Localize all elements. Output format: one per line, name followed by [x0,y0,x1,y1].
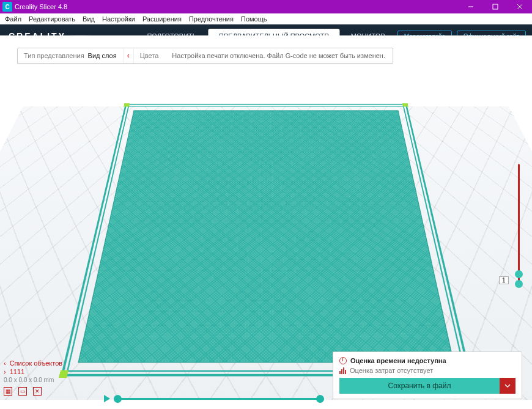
path-slider-handle-start[interactable] [114,395,122,403]
time-estimate-title: Оценка времени недоступна [350,357,446,364]
minimize-button[interactable] [459,0,483,13]
path-slider-track[interactable] [114,398,324,400]
maximize-button[interactable] [483,0,508,13]
view-type-label: Тип представления [24,52,84,59]
view-type-collapse-icon[interactable]: ‹ [123,48,134,63]
object-expand-icon[interactable]: › [4,368,6,375]
menu-preferences[interactable]: Предпочтения [185,15,237,23]
layer-slider-handle-bottom[interactable] [515,280,523,288]
menu-file[interactable]: Файл [1,15,25,23]
view-type-value[interactable]: Вид слоя [88,52,117,59]
layer-slider-handle-top[interactable] [515,270,523,278]
window-titlebar: C Creality Slicer 4.8 [0,0,532,13]
grid-layout-icon[interactable]: ▦ [4,387,12,396]
window-title: Creality Slicer 4.8 [15,3,459,10]
menubar: Файл Редактировать Вид Настройки Расшире… [0,13,532,24]
save-to-file-button[interactable]: Сохранить в файл [339,378,500,394]
print-info-panel: Оценка времени недоступна Оценка затрат … [333,352,522,399]
object-dimensions: 0.0 x 0.0 x 0.0 mm [4,377,62,383]
save-dropdown-button[interactable] [500,378,515,394]
preview-toolbar: Тип представления Вид слоя ‹ Цвета Настр… [17,48,393,64]
menu-view[interactable]: Вид [79,15,98,23]
menu-edit[interactable]: Редактировать [25,15,79,23]
object-list-collapse-icon[interactable]: ‹ [4,359,6,367]
delete-icon[interactable]: ✕ [33,387,42,396]
menu-help[interactable]: Помощь [237,15,271,23]
readonly-gcode-message: Настройка печати отключена. Файл G-code … [164,48,393,63]
object-list: ‹ Список объектов › 1111 0.0 x 0.0 x 0.0… [4,358,62,396]
viewport-3d[interactable]: 1 ‹ Список объектов › 1111 0.0 x 0.0 x 0… [0,35,532,409]
app-icon: C [2,2,12,12]
color-scheme-label[interactable]: Цвета [140,52,159,59]
layer-slider-track[interactable]: 1 [518,164,520,287]
layer-slider[interactable]: 1 [514,164,523,287]
object-name[interactable]: 1111 [10,368,24,375]
cost-estimate-title: Оценка затрат отсутствует [350,367,433,374]
menu-settings[interactable]: Настройки [98,15,139,23]
object-list-header[interactable]: Список объектов [10,359,63,367]
clock-icon [339,357,347,364]
svg-rect-1 [493,4,498,9]
path-slider[interactable] [104,394,324,403]
menu-extensions[interactable]: Расширения [139,15,185,23]
folder-icon[interactable]: ▭ [18,387,27,396]
cost-bars-icon [339,367,346,374]
close-button[interactable] [508,0,532,13]
sliced-model [61,104,471,377]
play-icon[interactable] [104,395,110,402]
path-slider-handle-end[interactable] [316,395,324,403]
layer-slider-value: 1 [499,276,509,284]
